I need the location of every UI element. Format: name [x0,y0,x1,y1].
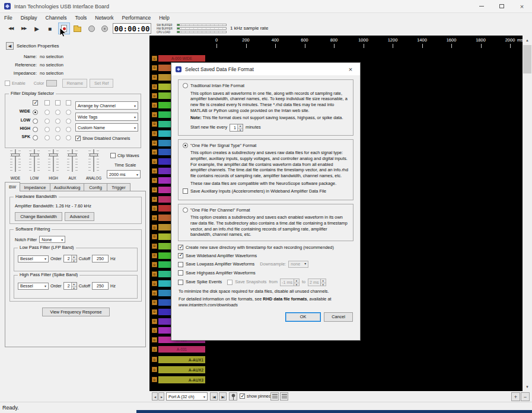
gain-slider-high[interactable]: HIGH [44,148,63,181]
save-highpass-checkbox[interactable] [178,270,183,276]
ok-button[interactable]: OK [285,312,321,322]
gain-slider-analog[interactable]: ANALOG [82,148,106,181]
set-ref-button[interactable]: Set Ref [90,79,113,88]
slider-handle[interactable] [90,153,98,156]
hp-filter-type-dropdown[interactable]: Bessel▾ [18,283,49,290]
next-port-button[interactable]: ▶| [219,392,227,401]
scroll-up-button[interactable]: ▲ [523,36,532,44]
menu-item-file[interactable]: File [0,13,17,22]
vertical-scrollbar[interactable]: ▲ ▼ [523,36,532,391]
rewind-button[interactable]: ◀◀ [5,23,17,34]
hp-order-spinner[interactable]: 2 [63,282,77,290]
dialog-title-bar[interactable]: Select Saved Data File Format × [171,63,360,75]
advanced-button[interactable]: Advanced [65,212,94,221]
filter-radio-low-col1[interactable] [33,119,38,124]
save-wideband-checkbox[interactable] [178,253,183,258]
cancel-button[interactable]: Cancel [324,312,353,322]
filter-radio-low-col3[interactable] [55,119,60,124]
minimize-button[interactable] [472,0,492,12]
tab-bw[interactable]: BW [5,182,20,191]
hp-cutoff-input[interactable]: 250 [92,282,109,290]
tags-dropdown[interactable]: Wide Tags▾ [75,113,138,121]
filter-radio-spk-col4[interactable] [66,135,71,140]
menu-item-display[interactable]: Display [17,13,42,22]
spinner-arrows-icon[interactable] [237,124,243,131]
gain-slider-wide[interactable]: WIDE [6,148,25,181]
trigger-record-button[interactable] [98,23,110,34]
tab-config[interactable]: Config [84,183,107,191]
notch-filter-dropdown[interactable]: None▾ [39,236,65,243]
filter-radio-wide-col4[interactable] [66,110,71,115]
show-pinned-checkbox[interactable] [240,393,245,399]
rename-button[interactable]: Rename [62,79,87,88]
new-directory-checkbox[interactable] [178,245,183,250]
lp-cutoff-input[interactable]: 250 [92,255,109,262]
show-disabled-checkbox[interactable] [75,136,81,141]
filter-radio-low-col4[interactable] [66,119,71,124]
downsample-dropdown[interactable]: none▾ [288,261,308,268]
maximize-button[interactable] [492,0,512,12]
save-snapshots-checkbox[interactable] [227,280,232,285]
enable-checkbox[interactable] [5,81,10,86]
port-select-dropdown[interactable]: Port A (32 ch)▾ [166,392,208,401]
interval-spinner[interactable]: 1 [230,124,243,132]
filter-radio-high-col1[interactable] [33,127,38,132]
slider-handle[interactable] [49,153,58,156]
filter-radio-high-col2[interactable] [44,127,50,132]
change-bandwidth-button[interactable]: Change Bandwidth [15,212,62,221]
filter-radio-high-col3[interactable] [55,127,60,132]
clip-waves-checkbox[interactable] [110,153,116,158]
channel-label[interactable]: A-031 [158,346,205,353]
save-aux-checkbox[interactable] [183,188,188,194]
filter-radio-spk-col3[interactable] [55,135,60,140]
intan-downloads-link[interactable]: www.intantech.com/downloads [179,302,353,308]
spinner-arrows-icon[interactable] [320,279,326,286]
menu-item-channels[interactable]: Channels [42,13,71,22]
filter-column-checkbox-1[interactable] [33,100,38,105]
label-width-button[interactable] [270,392,279,401]
arrange-dropdown[interactable]: Arrange by Channel▾ [75,101,138,110]
color-swatch[interactable] [46,80,57,87]
gain-slider-low[interactable]: LOW [25,148,44,181]
filter-radio-wide-col3[interactable] [55,110,60,115]
aux-channel-label[interactable]: A-AUX2 [158,366,205,373]
view-frequency-response-button[interactable]: View Frequency Response [42,308,110,316]
pin-waveform-button[interactable] [229,392,237,401]
filter-radio-wide-col1[interactable] [33,110,38,115]
run-button[interactable]: ▶ [31,23,43,34]
tab-trigger[interactable]: Trigger [107,183,130,191]
spinner-arrows-icon[interactable] [71,255,77,262]
select-filename-button[interactable] [71,23,83,34]
filter-radio-wide-col2[interactable] [44,110,50,115]
menu-item-help[interactable]: Help [155,13,173,22]
filter-column-checkbox-2[interactable] [44,100,50,105]
aux-channel-label[interactable]: A-AUX1 [158,356,205,363]
per-channel-format-radio[interactable]: "One File Per Channel" Format [183,207,349,213]
snapshot-from-spinner[interactable]: -1 ms [280,278,300,286]
menu-item-tools[interactable]: Tools [71,13,91,22]
scroll-down-button[interactable]: ▼ [523,382,532,391]
save-spike-checkbox[interactable] [178,280,183,285]
stop-button[interactable]: ■ [44,23,56,34]
time-scale-dropdown[interactable]: 2000 ms▾ [107,170,141,178]
tab-impedance[interactable]: Impedance [20,183,50,191]
traditional-format-radio[interactable]: Traditional Intan File Format [183,83,349,89]
snapshot-to-spinner[interactable]: 2 ms [308,278,326,286]
menu-item-network[interactable]: Network [91,13,117,22]
lp-filter-type-dropdown[interactable]: Bessel▾ [18,255,49,262]
filter-radio-spk-col2[interactable] [44,135,50,140]
scroll-right-button[interactable]: ▸ [158,392,164,401]
save-lowpass-checkbox[interactable] [178,262,183,267]
close-button[interactable]: × [512,0,532,12]
gain-slider-aux[interactable]: AUX [63,148,82,181]
slider-handle[interactable] [68,153,77,156]
zoom-in-button[interactable]: + [511,392,520,401]
filter-radio-spk-col1[interactable] [33,135,38,140]
label-options-button[interactable] [280,392,288,401]
filter-column-checkbox-3[interactable] [55,100,60,105]
aux-channel-label[interactable]: A-AUX3 [158,376,205,383]
zoom-out-button[interactable]: − [521,392,530,401]
slider-handle[interactable] [30,153,39,156]
filter-column-checkbox-4[interactable] [66,100,71,105]
name-dropdown[interactable]: Custom Name▾ [75,123,138,132]
